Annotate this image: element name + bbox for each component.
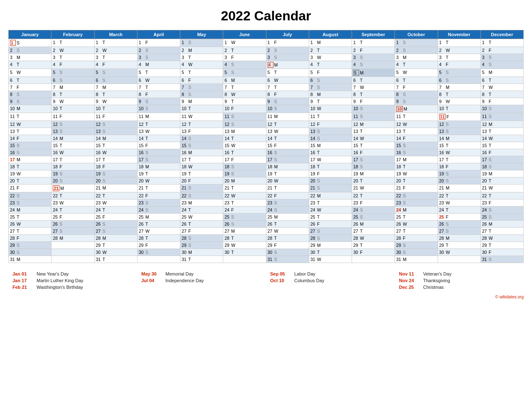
day-number: 24 xyxy=(10,207,16,212)
day-letter: T xyxy=(317,150,320,155)
day-number: 23 xyxy=(439,200,445,205)
day-number: 16 xyxy=(10,150,16,155)
calendar-cell: 20 T xyxy=(9,177,52,185)
day-number: 12 xyxy=(482,122,488,127)
calendar-cell: 31 M xyxy=(395,256,438,263)
day-letter: F xyxy=(317,171,320,176)
calendar-cell: 15 T xyxy=(94,142,137,149)
day-number: 17 xyxy=(182,157,187,162)
day-number: 28 xyxy=(482,236,488,241)
day-letter: F xyxy=(360,99,362,104)
day-letter: M xyxy=(360,70,364,75)
calendar-cell: 19 S xyxy=(223,170,266,177)
day-letter: F xyxy=(360,200,362,205)
calendar-cell: 23 W xyxy=(52,199,94,207)
day-number: 26 xyxy=(96,221,102,226)
calendar-cell: 15 S xyxy=(9,142,52,149)
calendar-cell: 7 W xyxy=(352,84,395,91)
calendar-cell: 13 W xyxy=(137,128,180,135)
calendar-cell: 10 M xyxy=(9,105,52,113)
day-number: 29 xyxy=(310,243,316,248)
day-letter: F xyxy=(17,236,19,241)
day-number: 2 xyxy=(139,48,145,53)
calendar-cell: 25 M xyxy=(266,214,309,221)
calendar-row: 6 T6 S6 S6 W6 F6 M6 W6 S6 T6 T6 S6 T xyxy=(9,77,524,84)
day-letter: S xyxy=(317,85,320,90)
calendar-cell: 1 F xyxy=(266,39,309,47)
day-number: 18 xyxy=(482,164,488,169)
calendar-cell: 21 M xyxy=(52,185,94,192)
calendar-cell: 18 T xyxy=(309,163,352,170)
calendar-cell: 14 T xyxy=(223,135,266,142)
holiday-name: Columbus Day xyxy=(294,278,324,283)
day-letter: M xyxy=(103,236,106,241)
calendar-row: 13 T13 S13 S13 W13 F13 M13 W13 S13 T13 T… xyxy=(9,128,524,135)
calendar-cell: 29 W xyxy=(223,242,266,249)
holiday-group: Nov 11Veteran's DayNov 24ThanksgivingDec… xyxy=(395,271,524,292)
day-letter: S xyxy=(360,214,363,219)
calendar-cell: 23 W xyxy=(94,199,137,207)
day-letter: F xyxy=(231,157,234,162)
day-number: 21 xyxy=(10,185,16,190)
day-letter: S xyxy=(17,92,20,97)
day-letter: T xyxy=(446,106,448,111)
day-letter: S xyxy=(489,157,492,162)
day-number: 14 xyxy=(182,136,187,141)
day-number: 17 xyxy=(53,157,59,162)
calendar-row: 9 S9 W9 W9 S9 M9 T9 S9 T9 F9 S9 W9 F xyxy=(9,98,524,105)
day-number: 12 xyxy=(353,122,359,127)
calendar-cell: 4 S xyxy=(352,61,395,69)
day-letter: T xyxy=(489,143,491,148)
day-letter: T xyxy=(231,200,234,205)
calendar-cell: 21 T xyxy=(266,185,309,192)
calendar-cell: 21 M xyxy=(438,185,480,192)
calendar-cell: 12 F xyxy=(309,121,352,128)
day-letter: T xyxy=(489,243,491,248)
calendar-cell: 16 F xyxy=(352,149,395,156)
day-number: 12 xyxy=(268,122,273,127)
day-letter: M xyxy=(145,164,149,169)
calendar-cell: 24 T xyxy=(438,207,480,214)
calendar-cell: 23 M xyxy=(180,199,223,207)
day-number: 3 xyxy=(224,55,230,60)
day-letter: W xyxy=(274,129,278,134)
day-number: 23 xyxy=(268,200,273,205)
day-number: 11 xyxy=(310,114,316,119)
day-number: 16 xyxy=(439,150,445,155)
day-letter: T xyxy=(360,40,362,45)
calendar-cell xyxy=(438,256,480,263)
calendar-cell: 16 W xyxy=(438,149,480,156)
calendar-cell: 15 M xyxy=(309,142,352,149)
calendar-cell: 3 T xyxy=(52,54,94,61)
day-number: 17 xyxy=(224,157,230,162)
day-letter: S xyxy=(103,171,106,176)
day-number: 2 xyxy=(396,48,402,53)
month-header-september: September xyxy=(352,30,395,39)
day-letter: T xyxy=(59,92,62,97)
calendar-cell: 2 F xyxy=(352,47,395,54)
day-number: 19 xyxy=(10,171,16,176)
day-number: 8 xyxy=(310,92,316,97)
calendar-cell: 4 M xyxy=(137,61,180,69)
day-number: 20 xyxy=(310,178,316,183)
day-letter: M xyxy=(489,122,493,127)
day-number: 22 xyxy=(224,193,230,198)
day-letter: S xyxy=(231,114,234,119)
day-number: 11 xyxy=(10,114,16,119)
day-letter: F xyxy=(360,150,362,155)
day-number: 5 xyxy=(353,70,359,76)
calendar-cell: 5 W xyxy=(9,69,52,77)
day-number: 3 xyxy=(268,55,273,60)
day-number: 19 xyxy=(353,171,359,176)
day-letter: S xyxy=(446,78,449,83)
calendar-cell: 24 M xyxy=(395,207,438,214)
calendar-cell: 9 F xyxy=(352,98,395,105)
day-number: 8 xyxy=(96,92,102,97)
calendar-cell: 3 S xyxy=(266,54,309,61)
day-number: 10 xyxy=(182,106,187,111)
calendar-cell xyxy=(52,256,94,263)
day-number: 17 xyxy=(396,157,402,162)
calendar-cell: 16 T xyxy=(309,149,352,156)
day-letter: T xyxy=(103,257,105,262)
day-number: 28 xyxy=(268,236,273,241)
